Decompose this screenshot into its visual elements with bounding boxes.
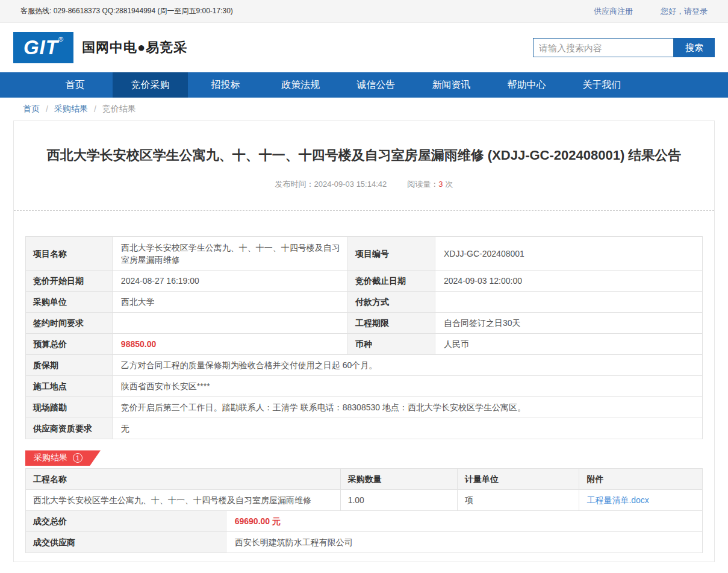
project-duration-label: 工程期限 — [348, 313, 435, 334]
breadcrumb-purchase-results[interactable]: 采购结果 — [54, 104, 88, 114]
table-row: 项目名称 西北大学长安校区学生公寓九、十、十一、十四号楼及自习室房屋漏雨维修 项… — [26, 237, 703, 271]
site-name: 国网中电●易竞采 — [82, 39, 187, 57]
search-button[interactable]: 搜索 — [674, 38, 715, 57]
currency-value: 人民币 — [435, 334, 702, 355]
result-unit: 项 — [458, 490, 579, 511]
unit-header: 计量单位 — [458, 469, 579, 490]
nav-item-help-center[interactable]: 帮助中心 — [489, 72, 564, 98]
supplier-qualification-value: 无 — [112, 418, 702, 439]
result-count-badge: 1 — [73, 453, 82, 463]
bid-deadline-label: 竞价截止日期 — [348, 271, 435, 292]
nav-item-policies[interactable]: 政策法规 — [263, 72, 338, 98]
table-row: 成交总价 69690.00 元 — [26, 511, 703, 532]
view-count-unit: 次 — [445, 180, 453, 189]
construction-site-value: 陕西省西安市长安区**** — [112, 376, 702, 397]
purchase-result-badge-label: 采购结果 — [34, 452, 67, 463]
winning-supplier-label: 成交供应商 — [26, 532, 226, 553]
signing-time-label: 签约时间要求 — [26, 313, 113, 334]
main-nav: 首页 竞价采购 招投标 政策法规 诚信公告 新闻资讯 帮助中心 关于我们 — [0, 72, 728, 98]
breadcrumb-separator: / — [94, 104, 96, 114]
payment-method-label: 付款方式 — [348, 292, 435, 313]
table-row: 质保期 乙方对合同工程的质量保修期为验收合格并交付使用之日起 60个月。 — [26, 355, 703, 376]
table-row: 采购单位 西北大学 付款方式 — [26, 292, 703, 313]
budget-total-value: 98850.00 — [112, 334, 347, 355]
purchase-result-badge: 采购结果 1 — [25, 450, 101, 466]
login-link[interactable]: 您好，请登录 — [661, 6, 708, 17]
nav-item-tendering[interactable]: 招投标 — [188, 72, 263, 98]
site-survey-label: 现场踏勘 — [26, 397, 113, 418]
winning-supplier-value: 西安长明建筑防水工程有限公司 — [226, 532, 702, 553]
topbar-links: 供应商注册 您好，请登录 — [594, 6, 708, 17]
service-hotline-text: 客服热线: 029-86618373 QQ:2881944994 (周一至周五9… — [20, 6, 233, 16]
breadcrumb-home[interactable]: 首页 — [23, 104, 40, 114]
table-row: 竞价开始日期 2024-08-27 16:19:00 竞价截止日期 2024-0… — [26, 271, 703, 292]
bid-deadline-value: 2024-09-03 12:00:00 — [435, 271, 702, 292]
detail-section: 项目名称 西北大学长安校区学生公寓九、十、十一、十四号楼及自习室房屋漏雨维修 项… — [14, 211, 714, 562]
site-logo[interactable]: GIT ® 国网中电●易竞采 — [13, 32, 187, 63]
publish-time-label: 发布时间： — [275, 180, 314, 189]
project-name-header: 工程名称 — [26, 469, 341, 490]
nav-item-integrity-notice[interactable]: 诚信公告 — [338, 72, 414, 98]
bid-start-value: 2024-08-27 16:19:00 — [112, 271, 347, 292]
currency-label: 币种 — [348, 334, 435, 355]
budget-total-label: 预算总价 — [26, 334, 113, 355]
logo-git-mark: GIT ® — [13, 32, 73, 63]
warranty-value: 乙方对合同工程的质量保修期为验收合格并交付使用之日起 60个月。 — [112, 355, 702, 376]
construction-site-label: 施工地点 — [26, 376, 113, 397]
table-row: 供应商资质要求 无 — [26, 418, 703, 439]
deal-total-value: 69690.00 元 — [226, 511, 702, 532]
announcement-meta: 发布时间：2024-09-03 15:14:42 阅读量：3次 — [38, 179, 690, 190]
nav-item-home[interactable]: 首页 — [37, 72, 113, 98]
result-quantity: 1.00 — [340, 490, 457, 511]
search-input[interactable] — [533, 38, 674, 57]
supplier-qualification-label: 供应商资质要求 — [26, 418, 113, 439]
table-row: 施工地点 陕西省西安市长安区**** — [26, 376, 703, 397]
breadcrumb-separator: / — [46, 104, 48, 114]
nav-item-bidding-purchase[interactable]: 竞价采购 — [113, 72, 188, 98]
supplier-register-link[interactable]: 供应商注册 — [594, 6, 633, 17]
warranty-label: 质保期 — [26, 355, 113, 376]
registered-trademark-icon: ® — [58, 36, 63, 43]
site-survey-value: 竞价开启后第三个工作日。踏勘联系人：王清学 联系电话：88308530 地点：西… — [112, 397, 702, 418]
purchaser-value: 西北大学 — [112, 292, 347, 313]
payment-method-value — [435, 292, 702, 313]
topbar: 客服热线: 029-86618373 QQ:2881944994 (周一至周五9… — [0, 0, 728, 23]
attachment-header: 附件 — [579, 469, 703, 490]
result-project-name: 西北大学长安校区学生公寓九、十、十一、十四号楼及自习室房屋漏雨维修 — [26, 490, 341, 511]
table-row: 预算总价 98850.00 币种 人民币 — [26, 334, 703, 355]
deal-summary-table: 成交总价 69690.00 元 成交供应商 西安长明建筑防水工程有限公司 — [25, 510, 703, 553]
table-row: 成交供应商 西安长明建筑防水工程有限公司 — [26, 532, 703, 553]
view-count-value: 3 — [438, 180, 443, 189]
breadcrumb: 首页 / 采购结果 / 竞价结果 — [0, 98, 728, 121]
result-attachment-cell: 工程量清单.docx — [579, 490, 703, 511]
project-name-value: 西北大学长安校区学生公寓九、十、十一、十四号楼及自习室房屋漏雨维修 — [112, 237, 347, 271]
table-header-row: 工程名称 采购数量 计量单位 附件 — [26, 469, 703, 490]
site-header: GIT ® 国网中电●易竞采 搜索 — [0, 23, 728, 72]
table-row: 现场踏勘 竞价开启后第三个工作日。踏勘联系人：王清学 联系电话：88308530… — [26, 397, 703, 418]
publish-time-value: 2024-09-03 15:14:42 — [314, 180, 387, 189]
nav-item-news[interactable]: 新闻资讯 — [414, 72, 489, 98]
project-code-label: 项目编号 — [348, 237, 435, 271]
table-row: 西北大学长安校区学生公寓九、十、十一、十四号楼及自习室房屋漏雨维修 1.00 项… — [26, 490, 703, 511]
logo-git-text: GIT — [23, 36, 58, 59]
project-code-value: XDJJ-GC-202408001 — [435, 237, 702, 271]
announcement-card: 西北大学长安校区学生公寓九、十、十一、十四号楼及自习室房屋漏雨维修 (XDJJ-… — [13, 121, 715, 562]
publish-time: 发布时间：2024-09-03 15:14:42 — [275, 179, 387, 190]
search-bar: 搜索 — [533, 38, 715, 57]
purchaser-label: 采购单位 — [26, 292, 113, 313]
page-title: 西北大学长安校区学生公寓九、十、十一、十四号楼及自习室房屋漏雨维修 (XDJJ-… — [38, 148, 690, 163]
quantity-header: 采购数量 — [340, 469, 457, 490]
nav-item-about-us[interactable]: 关于我们 — [564, 72, 639, 98]
bid-start-label: 竞价开始日期 — [26, 271, 113, 292]
project-duration-value: 自合同签订之日30天 — [435, 313, 702, 334]
attachment-link[interactable]: 工程量清单.docx — [586, 495, 649, 505]
announcement-title-section: 西北大学长安校区学生公寓九、十、十一、十四号楼及自习室房屋漏雨维修 (XDJJ-… — [14, 121, 714, 211]
view-count-label: 阅读量： — [407, 180, 438, 189]
signing-time-value — [112, 313, 347, 334]
purchase-result-table: 工程名称 采购数量 计量单位 附件 西北大学长安校区学生公寓九、十、十一、十四号… — [25, 468, 703, 511]
breadcrumb-current: 竞价结果 — [102, 104, 136, 114]
deal-total-label: 成交总价 — [26, 511, 226, 532]
table-row: 签约时间要求 工程期限 自合同签订之日30天 — [26, 313, 703, 334]
project-info-table: 项目名称 西北大学长安校区学生公寓九、十、十一、十四号楼及自习室房屋漏雨维修 项… — [25, 236, 703, 439]
project-name-label: 项目名称 — [26, 237, 113, 271]
